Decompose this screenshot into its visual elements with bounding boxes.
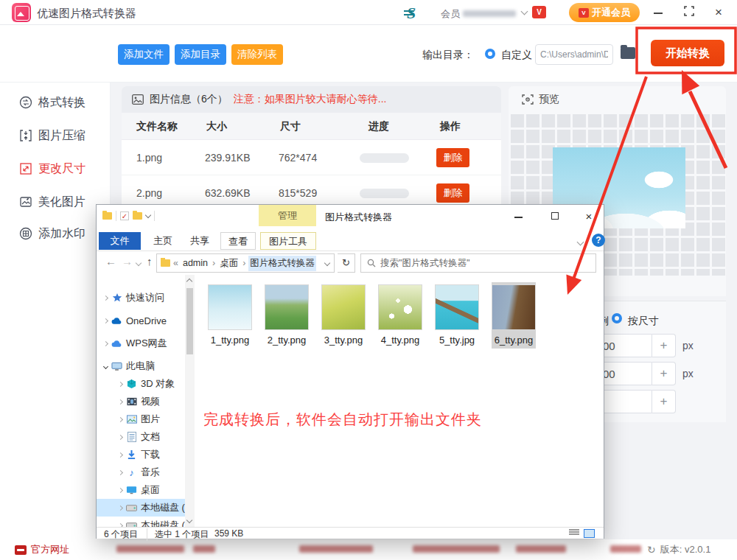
custom-output-radio[interactable] — [485, 49, 495, 59]
tree-scrollbar[interactable] — [185, 275, 195, 527]
sidebar-item-watermark[interactable]: 添加水印 — [19, 225, 108, 242]
expand-chevron-icon[interactable] — [118, 434, 123, 439]
file-item-1[interactable]: 1_tty.png — [208, 282, 252, 349]
add-files-button[interactable]: 添加文件 — [118, 44, 170, 65]
tree-item-music[interactable]: ♪ 音乐 — [97, 463, 185, 481]
sidebar-item-image-compress[interactable]: 图片压缩 — [19, 127, 108, 144]
scrollbar-thumb[interactable] — [186, 288, 193, 354]
breadcrumb-segment-current[interactable]: 图片格式转换器 — [248, 256, 316, 271]
sidebar-item-beautify[interactable]: 美化图片 — [19, 193, 108, 211]
thumbnail-view-icon[interactable] — [584, 529, 595, 538]
file-item-3[interactable]: 3_tty.png — [321, 282, 366, 349]
scroll-up-icon[interactable] — [186, 279, 192, 284]
collapse-chevron-icon[interactable] — [103, 363, 108, 368]
clear-list-button[interactable]: 清除列表 — [231, 44, 283, 65]
expand-chevron-icon[interactable] — [118, 487, 123, 492]
expand-chevron-icon[interactable] — [118, 381, 123, 386]
sidebar-item-resize[interactable]: 更改尺寸 — [19, 160, 108, 178]
tab-view[interactable]: 查看 — [220, 232, 256, 250]
up-button[interactable]: ↑ — [147, 255, 153, 267]
disk-icon — [126, 503, 137, 514]
folder-icon[interactable] — [133, 212, 142, 220]
tree-item-label: OneDrive — [126, 315, 167, 326]
tree-item-label: 下载 — [141, 448, 160, 461]
width-value: 00 — [603, 340, 615, 352]
back-button[interactable]: ← — [105, 255, 116, 267]
folder-icon[interactable] — [102, 212, 112, 220]
tree-item-local-disk-2[interactable]: 本地磁盘 ( — [97, 517, 185, 527]
expand-chevron-icon[interactable] — [103, 340, 108, 346]
expand-chevron-icon[interactable] — [103, 295, 108, 300]
help-button[interactable]: ? — [592, 234, 605, 247]
explorer-close-button[interactable]: × — [580, 209, 598, 224]
tree-item-documents[interactable]: 文档 — [97, 428, 185, 446]
version-info[interactable]: ↻ 版本: v2.0.1 — [647, 543, 710, 556]
app-maximize-button[interactable] — [682, 6, 696, 19]
search-input[interactable]: 搜索"图片格式转换器" — [360, 253, 596, 273]
official-site-link[interactable]: 官方网址 — [15, 543, 69, 556]
tree-item-label: 图片 — [141, 413, 160, 426]
qat-dropdown-icon[interactable] — [145, 211, 151, 217]
output-path-input[interactable] — [535, 44, 613, 65]
expand-chevron-icon[interactable] — [118, 399, 123, 404]
expand-chevron-icon[interactable] — [118, 505, 123, 510]
official-site-icon — [15, 545, 27, 555]
by-size-radio[interactable] — [612, 313, 622, 323]
file-item-6-selected[interactable]: 6_tty.png — [492, 282, 536, 349]
refresh-button[interactable]: ↻ — [338, 253, 355, 273]
app-close-button[interactable]: × — [712, 6, 725, 19]
details-view-icon[interactable] — [569, 529, 579, 538]
breadcrumb-segment-desktop[interactable]: 桌面 — [218, 256, 240, 271]
expand-chevron-icon[interactable] — [118, 416, 123, 421]
tree-item-onedrive[interactable]: OneDrive — [97, 312, 185, 329]
breadcrumb-segment-admin[interactable]: admin — [181, 256, 209, 270]
tree-item-local-disk-c[interactable]: 本地磁盘 (C — [97, 499, 185, 517]
tab-file[interactable]: 文件 — [99, 232, 141, 250]
browse-folder-icon[interactable] — [621, 47, 635, 59]
explorer-maximize-button[interactable] — [546, 209, 564, 224]
ribbon-collapse-chevron-icon[interactable] — [577, 239, 584, 246]
add-directory-button[interactable]: 添加目录 — [175, 44, 226, 65]
delete-button[interactable]: 删除 — [436, 148, 469, 167]
tree-item-pictures[interactable]: 图片 — [97, 410, 185, 428]
tree-item-downloads[interactable]: 下载 — [97, 446, 185, 463]
explorer-titlebar[interactable]: ✓ 管理 图片格式转换器 × — [97, 205, 604, 231]
checkmark-icon[interactable]: ✓ — [120, 211, 129, 220]
start-convert-button[interactable]: 开始转换 — [651, 40, 724, 66]
tree-item-wps-cloud[interactable]: WPS网盘 — [97, 335, 185, 352]
tree-item-3d-objects[interactable]: 3D 对象 — [97, 375, 185, 393]
width-plus-stepper[interactable]: + — [652, 334, 676, 357]
sidebar-item-format-convert[interactable]: 格式转换 — [19, 94, 108, 111]
delete-button[interactable]: 删除 — [436, 183, 469, 203]
tree-item-videos[interactable]: 视频 — [97, 393, 185, 410]
file-item-4[interactable]: 4_tty.png — [378, 282, 422, 349]
app-minimize-button[interactable] — [652, 6, 665, 19]
explorer-minimize-button[interactable] — [509, 209, 527, 224]
breadcrumb[interactable]: « admin › 桌面 › 图片格式转换器 — [156, 253, 335, 273]
manage-contextual-tab[interactable]: 管理 — [259, 205, 316, 226]
expand-chevron-icon[interactable] — [118, 452, 123, 457]
app-titlebar[interactable]: 优速图片格式转换器 S 会员 V V 开通会员 × — [0, 0, 737, 25]
address-dropdown-icon[interactable] — [324, 260, 330, 266]
address-bar: ← → ↑ « admin › 桌面 › 图片格式转换器 ↻ 搜索"图片格式转换… — [97, 251, 604, 275]
tree-item-this-pc[interactable]: 此电脑 — [97, 357, 185, 375]
tab-home[interactable]: 主页 — [147, 232, 179, 250]
expand-chevron-icon[interactable] — [103, 318, 108, 323]
member-dropdown-chevron-icon[interactable] — [521, 8, 528, 15]
file-item-2[interactable]: 2_tty.png — [265, 282, 309, 349]
history-dropdown-icon[interactable] — [136, 260, 142, 266]
height-plus-stepper[interactable]: + — [652, 362, 676, 385]
forward-button[interactable]: → — [122, 255, 133, 267]
open-vip-button[interactable]: V 开通会员 — [569, 3, 640, 22]
tree-item-quick-access[interactable]: 快速访问 — [97, 289, 185, 307]
file-item-5[interactable]: 5_tty.jpg — [435, 282, 479, 349]
tree-item-desktop[interactable]: 桌面 — [97, 481, 185, 499]
col-actions: 操作 — [440, 120, 461, 133]
tab-picture-tools[interactable]: 图片工具 — [260, 232, 316, 250]
file-name: 2.png — [136, 187, 162, 199]
expand-chevron-icon[interactable] — [118, 469, 123, 475]
scroll-down-icon[interactable] — [186, 517, 192, 523]
tab-share[interactable]: 共享 — [184, 232, 216, 250]
extra-plus-stepper[interactable]: + — [652, 390, 676, 413]
resize-icon — [19, 162, 32, 175]
